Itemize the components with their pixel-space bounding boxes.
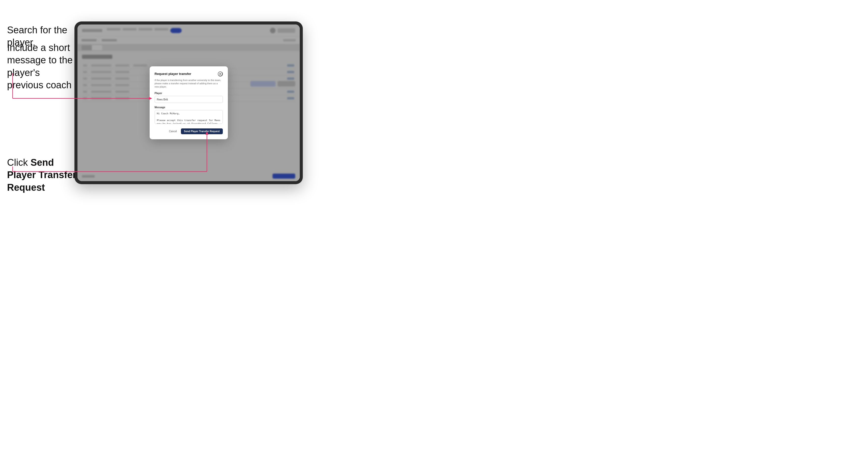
annotation-click-prefix: Click <box>7 157 31 168</box>
modal-header: Request player transfer ✕ <box>155 71 223 76</box>
message-textarea[interactable] <box>155 110 223 124</box>
modal-overlay: Request player transfer ✕ If the player … <box>78 25 300 181</box>
annotation-message: Include a short message to the player's … <box>7 42 78 92</box>
tablet-device: › <box>74 22 303 184</box>
tablet-screen: › <box>78 25 300 181</box>
player-input[interactable] <box>155 96 223 103</box>
annotation-click: Click Send Player Transfer Request <box>7 156 78 194</box>
cancel-button[interactable]: Cancel <box>167 129 179 134</box>
modal-dialog: Request player transfer ✕ If the player … <box>150 66 228 139</box>
message-form-group: Message <box>155 106 223 125</box>
player-form-group: Player <box>155 92 223 103</box>
modal-close-button[interactable]: ✕ <box>218 71 223 76</box>
modal-title: Request player transfer <box>155 72 191 76</box>
player-label: Player <box>155 92 223 95</box>
message-label: Message <box>155 106 223 109</box>
modal-actions: Cancel Send Player Transfer Request <box>155 128 223 134</box>
modal-description: If the player is transferring from anoth… <box>155 79 223 89</box>
send-transfer-request-button[interactable]: Send Player Transfer Request <box>181 128 223 134</box>
